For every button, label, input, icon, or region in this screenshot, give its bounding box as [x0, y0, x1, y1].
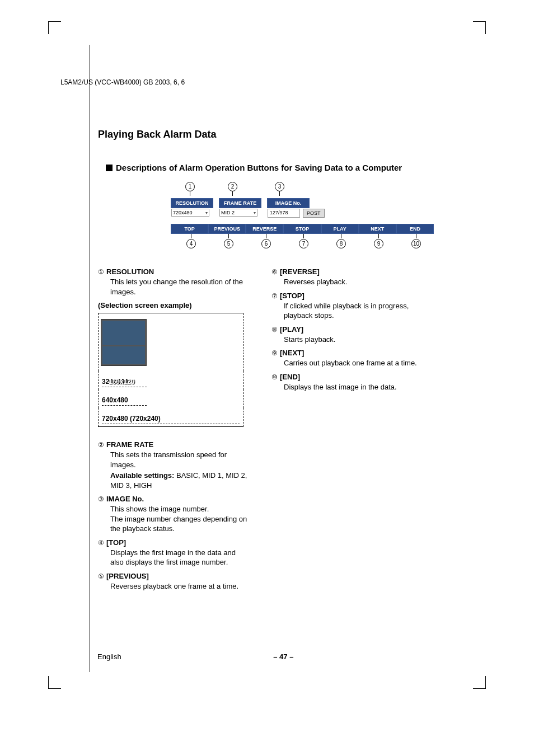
footer-language: English: [97, 652, 121, 661]
circled-3: ③: [98, 495, 104, 503]
item-10-title: [END]: [280, 373, 300, 381]
callout-10: 10: [411, 239, 421, 248]
item-1-body: This lets you change the resolution of t…: [110, 277, 249, 297]
callout-7: 7: [299, 239, 308, 248]
main-content: Playing Back Alarm Data Descriptions of …: [90, 45, 474, 672]
callout-3: 3: [275, 182, 284, 191]
item-3-body: This shows the image number. The image n…: [110, 504, 249, 534]
previous-button[interactable]: PREVIOUS: [208, 224, 246, 234]
crop-mark: [48, 676, 61, 689]
item-6-title: [REVERSE]: [280, 267, 320, 276]
circled-6: ⑥: [271, 268, 278, 276]
available-settings-label: Available settings:: [110, 471, 174, 480]
circled-7: ⑦: [271, 292, 278, 300]
post-button[interactable]: POST: [303, 209, 325, 218]
chevron-down-icon: ▾: [205, 210, 208, 215]
callout-2: 2: [228, 182, 237, 191]
left-column: ① RESOLUTION This lets you change the re…: [98, 267, 249, 596]
page-title: Playing Back Alarm Data: [98, 129, 474, 140]
item-6-body: Reverses playback.: [284, 277, 423, 287]
framerate-select[interactable]: MID 2▾: [219, 209, 257, 217]
crop-mark: [473, 676, 486, 689]
crop-mark: [473, 21, 486, 34]
item-2-title: FRAME RATE: [106, 440, 153, 449]
item-3-title: IMAGE No.: [106, 495, 144, 503]
resolution-header: RESOLUTION: [171, 198, 213, 208]
stop-button[interactable]: STOP: [283, 224, 321, 234]
section-subtitle: Descriptions of Alarm Operation Buttons …: [116, 163, 402, 172]
res-720x480: 720x480 (720x240): [102, 415, 161, 422]
item-4-title: [TOP]: [106, 538, 126, 547]
item-1-title: RESOLUTION: [106, 267, 154, 276]
callout-5: 5: [224, 239, 233, 248]
selection-example: 160x120 320x240 640x480 720x480 (720x240…: [98, 313, 243, 427]
top-button[interactable]: TOP: [171, 224, 208, 234]
callout-9: 9: [374, 239, 383, 248]
imageno-field[interactable]: 127/978: [268, 209, 300, 218]
circled-8: ⑧: [271, 326, 278, 334]
footer-page-number: – 47 –: [273, 652, 293, 661]
circled-4: ④: [98, 539, 104, 547]
item-8-body: Starts playback.: [284, 335, 423, 345]
circled-1: ①: [98, 268, 104, 276]
callout-8: 8: [336, 239, 346, 248]
circled-10: ⑩: [271, 373, 278, 381]
circled-2: ②: [98, 441, 104, 449]
res-160x120: 160x120: [109, 378, 135, 386]
control-panel-illustration: 1 2 3 RESOLUTION 720x480▾ FRAME RATE MID…: [171, 181, 474, 251]
item-5-title: [PREVIOUS]: [106, 572, 149, 580]
item-7-title: [STOP]: [280, 292, 305, 300]
reverse-button[interactable]: REVERSE: [246, 224, 283, 234]
callout-6: 6: [261, 239, 271, 248]
item-8-title: [PLAY]: [280, 325, 303, 334]
play-button[interactable]: PLAY: [321, 224, 359, 234]
item-4-body: Displays the first image in the data and…: [110, 548, 249, 567]
bullet-icon: [106, 165, 113, 171]
crop-mark: [48, 21, 61, 34]
item-5-body: Reverses playback one frame at a time.: [110, 581, 249, 591]
chevron-down-icon: ▾: [254, 210, 256, 215]
item-7-body: If clicked while playback is in progress…: [284, 301, 423, 321]
right-column: ⑥ [REVERSE] Reverses playback. ⑦ [STOP] …: [271, 267, 423, 596]
res-640x480: 640x480: [102, 396, 128, 404]
imageno-header: IMAGE No.: [267, 198, 310, 208]
item-2-body: This sets the transmission speed for ima…: [110, 450, 249, 469]
circled-5: ⑤: [98, 572, 104, 580]
circled-9: ⑨: [271, 349, 278, 357]
framerate-header: FRAME RATE: [219, 198, 261, 208]
item-10-body: Displays the last image in the data.: [284, 382, 423, 392]
thumbnail-preview: [101, 319, 147, 366]
item-9-title: [NEXT]: [280, 349, 304, 357]
next-button[interactable]: NEXT: [359, 224, 396, 234]
resolution-select[interactable]: 720x480▾: [171, 209, 209, 217]
selection-example-label: (Selection screen example): [98, 301, 249, 309]
callout-1: 1: [185, 182, 195, 191]
item-9-body: Carries out playback one frame at a time…: [284, 358, 423, 368]
end-button[interactable]: END: [396, 224, 434, 234]
callout-4: 4: [186, 239, 196, 248]
